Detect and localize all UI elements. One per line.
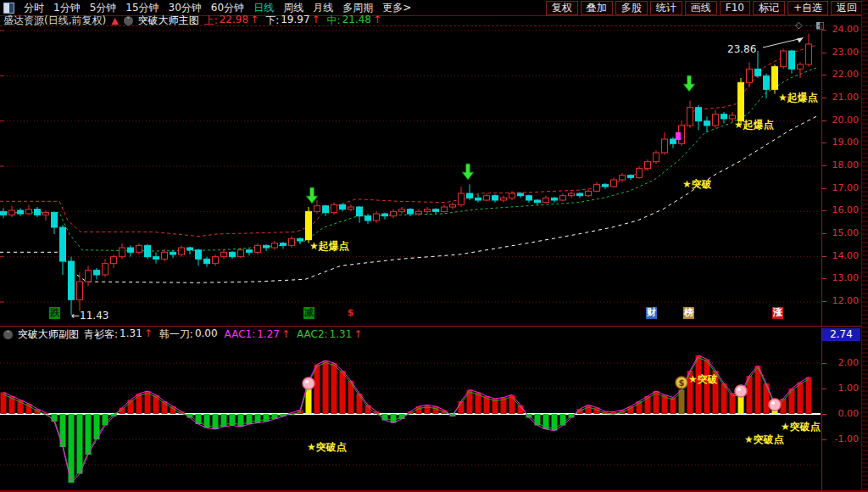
price-axis-label: 13.00 xyxy=(822,272,859,283)
period-tabs: 分时1分钟5分钟15分钟30分钟60分钟日线周线月线多周期更多> xyxy=(0,1,546,15)
svg-text:★突破: ★突破 xyxy=(688,373,718,385)
period-tab-更多>[interactable]: 更多> xyxy=(382,1,411,15)
panel-separator[interactable] xyxy=(0,326,861,327)
axis-tick xyxy=(822,75,826,75)
svg-text:★突破: ★突破 xyxy=(682,178,712,190)
sub-chart-canvas[interactable]: $★突破点★突破★突破点★突破点 xyxy=(0,343,821,490)
current-value-badge: 2.74 xyxy=(822,328,860,341)
indicator-field: AAC1: 1.27↑ xyxy=(225,328,290,340)
toolbar-buttons: 复权叠加多股统计画线F10标记+自选返回 xyxy=(546,1,868,15)
indicator-collapse-icon[interactable]: ˅ xyxy=(124,16,133,25)
svg-text:★突破点: ★突破点 xyxy=(781,421,821,433)
right-edge-strip[interactable] xyxy=(861,0,868,492)
toolbar-button-复权[interactable]: 复权 xyxy=(546,1,578,15)
svg-text:★突破点: ★突破点 xyxy=(307,441,347,453)
indicator-axis-label: 2.00 xyxy=(822,357,859,368)
toolbar-button-统计[interactable]: 统计 xyxy=(650,1,682,15)
event-badge-$: $ xyxy=(345,307,356,319)
indicator-axis: 2.001.000.00-1.00 xyxy=(821,327,861,490)
svg-text:23.86: 23.86 xyxy=(727,43,756,55)
event-badge-跌: 跌 xyxy=(49,307,60,319)
period-tab-多周期[interactable]: 多周期 xyxy=(342,1,373,15)
price-axis-label: 16.00 xyxy=(822,204,859,215)
chart-title-bar: 盛达资源(日线,前复权) ▲ ˅ 突破大师主图 上: 22.98↑下: 19.9… xyxy=(0,16,824,25)
toolbar-button-标记[interactable]: 标记 xyxy=(753,1,785,15)
axis-tick xyxy=(822,439,826,440)
price-axis-label: 19.00 xyxy=(822,137,859,148)
indicator-field: 青衫客: 1.31↑ xyxy=(84,327,153,342)
buy-marker xyxy=(676,132,681,140)
axis-tick xyxy=(822,120,826,121)
price-axis-label: 15.00 xyxy=(822,227,859,238)
event-badge-榜: 榜 xyxy=(683,307,694,319)
axis-tick xyxy=(822,233,826,234)
toolbar-button-多股[interactable]: 多股 xyxy=(615,1,648,15)
indicator-field: AAC2: 1.31↑ xyxy=(297,328,362,340)
price-axis-label: 14.00 xyxy=(822,250,859,261)
sub-collapse-icon[interactable]: ˅ xyxy=(3,330,13,339)
sub-chart-panel[interactable]: $★突破点★突破★突破点★突破点 xyxy=(0,343,821,490)
layout-icon[interactable] xyxy=(3,3,14,14)
indicator-axis-label: 0.00 xyxy=(822,408,859,419)
main-chart-canvas[interactable]: ★起爆点★突破★起爆点★起爆点23.86←11.43 xyxy=(0,26,821,326)
period-tab-周线[interactable]: 周线 xyxy=(283,1,303,15)
period-tab-1分钟[interactable]: 1分钟 xyxy=(53,1,81,15)
period-tab-30分钟[interactable]: 30分钟 xyxy=(169,1,202,15)
toolbar-button-叠加[interactable]: 叠加 xyxy=(581,1,613,15)
price-axis-label: 20.00 xyxy=(822,115,859,126)
price-axis-label: 23.00 xyxy=(822,47,859,58)
axis-tick xyxy=(822,143,826,143)
toolbar-button-F10[interactable]: F10 xyxy=(720,1,750,15)
event-badge-财: 财 xyxy=(646,307,657,319)
price-axis-label: 12.00 xyxy=(822,295,859,306)
indicator-field: 韩一刀: 0.00 xyxy=(159,327,218,342)
period-tab-15分钟[interactable]: 15分钟 xyxy=(125,1,159,15)
price-axis: 24.0023.0022.0021.0020.0019.0018.0017.00… xyxy=(821,25,861,326)
svg-text:★突破点: ★突破点 xyxy=(744,433,784,445)
svg-text:←11.43: ←11.43 xyxy=(71,310,108,321)
svg-text:$: $ xyxy=(679,378,685,388)
svg-text:★起爆点: ★起爆点 xyxy=(778,92,818,103)
indicator-axis-label: -1.00 xyxy=(822,433,859,444)
axis-tick xyxy=(822,363,826,364)
price-axis-label: 21.00 xyxy=(822,92,859,103)
toolbar-button-画线[interactable]: 画线 xyxy=(685,1,717,15)
price-axis-label: 18.00 xyxy=(822,159,859,171)
event-badge-涨: 涨 xyxy=(772,307,783,319)
main-chart-panel[interactable]: ★起爆点★突破★起爆点★起爆点23.86←11.43 xyxy=(0,25,821,327)
sub-indicator-name: 突破大师副图 xyxy=(18,327,79,342)
event-badge-减: 减 xyxy=(303,307,314,319)
price-axis-label: 22.00 xyxy=(822,69,859,80)
period-tab-5分钟[interactable]: 5分钟 xyxy=(90,1,117,15)
indicator-axis-label: 1.00 xyxy=(822,383,859,394)
toolbar-button-+自选[interactable]: +自选 xyxy=(787,1,828,15)
toolbar-button-返回[interactable]: 返回 xyxy=(831,1,863,15)
axis-tick xyxy=(822,278,826,279)
app-window: 分时1分钟5分钟15分钟30分钟60分钟日线周线月线多周期更多> 复权叠加多股统… xyxy=(0,0,868,492)
axis-tick xyxy=(822,98,826,98)
axis-tick xyxy=(822,210,826,211)
axis-tick xyxy=(822,53,826,53)
svg-text:★起爆点: ★起爆点 xyxy=(734,119,774,131)
axis-tick xyxy=(822,301,826,302)
period-tab-日线[interactable]: 日线 xyxy=(253,1,274,15)
sub-indicator-values: 青衫客: 1.31↑韩一刀: 0.00AAC1: 1.27↑AAC2: 1.31… xyxy=(84,327,369,342)
axis-tick xyxy=(822,389,826,389)
top-toolbar: 分时1分钟5分钟15分钟30分钟60分钟日线周线月线多周期更多> 复权叠加多股统… xyxy=(0,0,868,16)
axis-tick xyxy=(822,414,826,415)
price-axis-label: 24.00 xyxy=(822,24,859,35)
period-tab-月线[interactable]: 月线 xyxy=(313,1,333,15)
price-axis-label: 17.00 xyxy=(822,182,859,193)
axis-tick xyxy=(822,256,826,257)
sub-chart-header: ˅ 突破大师副图 青衫客: 1.31↑韩一刀: 0.00AAC1: 1.27↑A… xyxy=(0,327,824,342)
signal-arrows xyxy=(306,75,695,204)
axis-tick xyxy=(822,30,826,31)
period-tab-分时[interactable]: 分时 xyxy=(24,1,44,15)
axis-tick xyxy=(822,165,826,166)
main-gridlines xyxy=(0,31,821,302)
period-tab-60分钟[interactable]: 60分钟 xyxy=(211,1,244,15)
svg-text:★起爆点: ★起爆点 xyxy=(309,240,349,252)
axis-tick xyxy=(822,188,826,189)
